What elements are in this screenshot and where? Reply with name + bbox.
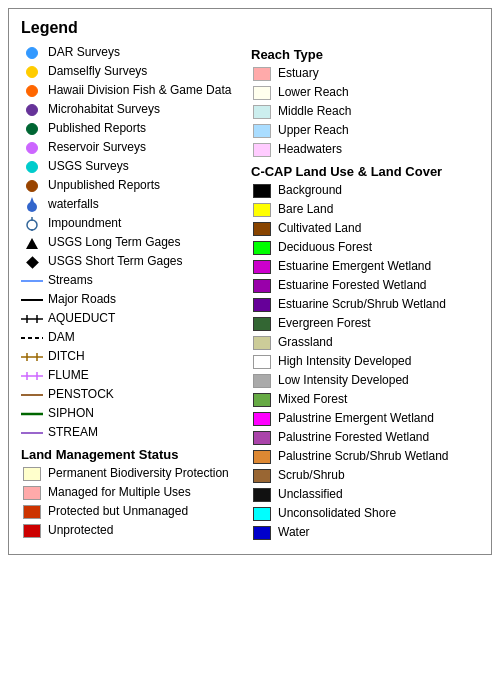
legend-title: Legend xyxy=(21,19,479,37)
point-item: waterfalls xyxy=(21,197,241,213)
point-symbol xyxy=(21,178,43,194)
reach-type-title: Reach Type xyxy=(251,47,479,62)
ccap-symbol xyxy=(251,278,273,294)
point-item: USGS Surveys xyxy=(21,159,241,175)
point-label: Reservoir Surveys xyxy=(48,140,241,156)
ccap-label: Mixed Forest xyxy=(278,392,479,408)
ccap-symbol xyxy=(251,468,273,484)
ccap-symbol xyxy=(251,430,273,446)
land-symbol xyxy=(21,504,43,520)
point-label: Microhabitat Surveys xyxy=(48,102,241,118)
ccap-label: Cultivated Land xyxy=(278,221,479,237)
reach-label: Lower Reach xyxy=(278,85,479,101)
ccap-label: Evergreen Forest xyxy=(278,316,479,332)
ccap-item: Estuarine Forested Wetland xyxy=(251,278,479,294)
ccap-symbol xyxy=(251,202,273,218)
point-symbol xyxy=(21,216,43,232)
point-symbol xyxy=(21,197,43,213)
legend-container: Legend DAR Surveys Damselfly Surveys Haw… xyxy=(8,8,492,555)
point-item: Damselfly Surveys xyxy=(21,64,241,80)
ccap-label: Low Intensity Developed xyxy=(278,373,479,389)
line-label: Major Roads xyxy=(48,292,241,308)
land-item: Permanent Biodiversity Protection xyxy=(21,466,241,482)
ccap-symbol xyxy=(251,506,273,522)
ccap-label: Bare Land xyxy=(278,202,479,218)
reach-item: Middle Reach xyxy=(251,104,479,120)
ccap-label: Estuarine Forested Wetland xyxy=(278,278,479,294)
land-symbol xyxy=(21,466,43,482)
land-item: Protected but Unmanaged xyxy=(21,504,241,520)
ccap-symbol xyxy=(251,316,273,332)
ccap-item: Grassland xyxy=(251,335,479,351)
line-item: AQUEDUCT xyxy=(21,311,241,327)
line-items: Streams Major Roads AQUEDUCT DAM DITCH F… xyxy=(21,273,241,441)
point-label: USGS Surveys xyxy=(48,159,241,175)
point-symbol xyxy=(21,83,43,99)
land-label: Permanent Biodiversity Protection xyxy=(48,466,241,482)
ccap-item: Bare Land xyxy=(251,202,479,218)
point-label: waterfalls xyxy=(48,197,241,213)
ccap-symbol xyxy=(251,240,273,256)
ccap-symbol xyxy=(251,183,273,199)
ccap-label: Water xyxy=(278,525,479,541)
ccap-item: Water xyxy=(251,525,479,541)
point-label: Hawaii Division Fish & Game Data xyxy=(48,83,241,99)
land-item: Unprotected xyxy=(21,523,241,539)
line-symbol xyxy=(21,406,43,422)
ccap-label: Deciduous Forest xyxy=(278,240,479,256)
ccap-item: Estuarine Emergent Wetland xyxy=(251,259,479,275)
line-symbol xyxy=(21,387,43,403)
point-items: DAR Surveys Damselfly Surveys Hawaii Div… xyxy=(21,45,241,270)
line-symbol xyxy=(21,330,43,346)
line-label: SIPHON xyxy=(48,406,241,422)
reach-label: Headwaters xyxy=(278,142,479,158)
ccap-item: Unconsolidated Shore xyxy=(251,506,479,522)
line-item: DITCH xyxy=(21,349,241,365)
point-label: USGS Long Term Gages xyxy=(48,235,241,251)
point-item: Hawaii Division Fish & Game Data xyxy=(21,83,241,99)
land-items: Permanent Biodiversity Protection Manage… xyxy=(21,466,241,539)
ccap-label: Grassland xyxy=(278,335,479,351)
point-symbol xyxy=(21,159,43,175)
ccap-item: Palustrine Scrub/Shrub Wetland xyxy=(251,449,479,465)
reach-item: Lower Reach xyxy=(251,85,479,101)
left-column: DAR Surveys Damselfly Surveys Hawaii Div… xyxy=(21,45,241,544)
point-symbol xyxy=(21,254,43,270)
ccap-symbol xyxy=(251,525,273,541)
ccap-item: Evergreen Forest xyxy=(251,316,479,332)
two-column-layout: DAR Surveys Damselfly Surveys Hawaii Div… xyxy=(21,45,479,544)
point-item: Reservoir Surveys xyxy=(21,140,241,156)
ccap-symbol xyxy=(251,354,273,370)
point-item: Impoundment xyxy=(21,216,241,232)
ccap-item: Palustrine Emergent Wetland xyxy=(251,411,479,427)
ccap-label: Estuarine Emergent Wetland xyxy=(278,259,479,275)
reach-label: Estuary xyxy=(278,66,479,82)
point-item: DAR Surveys xyxy=(21,45,241,61)
ccap-label: Palustrine Scrub/Shrub Wetland xyxy=(278,449,479,465)
point-label: Published Reports xyxy=(48,121,241,137)
land-label: Protected but Unmanaged xyxy=(48,504,241,520)
ccap-label: High Intensity Developed xyxy=(278,354,479,370)
line-label: DITCH xyxy=(48,349,241,365)
ccap-label: Unclassified xyxy=(278,487,479,503)
point-symbol xyxy=(21,64,43,80)
land-label: Unprotected xyxy=(48,523,241,539)
line-symbol xyxy=(21,425,43,441)
ccap-item: Background xyxy=(251,183,479,199)
line-item: DAM xyxy=(21,330,241,346)
reach-label: Upper Reach xyxy=(278,123,479,139)
ccap-label: Palustrine Forested Wetland xyxy=(278,430,479,446)
line-symbol xyxy=(21,368,43,384)
ccap-item: Palustrine Forested Wetland xyxy=(251,430,479,446)
line-item: SIPHON xyxy=(21,406,241,422)
ccap-title: C-CAP Land Use & Land Cover xyxy=(251,164,479,179)
point-symbol xyxy=(21,235,43,251)
ccap-symbol xyxy=(251,335,273,351)
reach-items: Estuary Lower Reach Middle Reach Upper R… xyxy=(251,66,479,158)
point-item: USGS Short Term Gages xyxy=(21,254,241,270)
ccap-symbol xyxy=(251,221,273,237)
ccap-label: Estuarine Scrub/Shrub Wetland xyxy=(278,297,479,313)
land-item: Managed for Multiple Uses xyxy=(21,485,241,501)
line-item: STREAM xyxy=(21,425,241,441)
svg-marker-1 xyxy=(29,197,35,205)
